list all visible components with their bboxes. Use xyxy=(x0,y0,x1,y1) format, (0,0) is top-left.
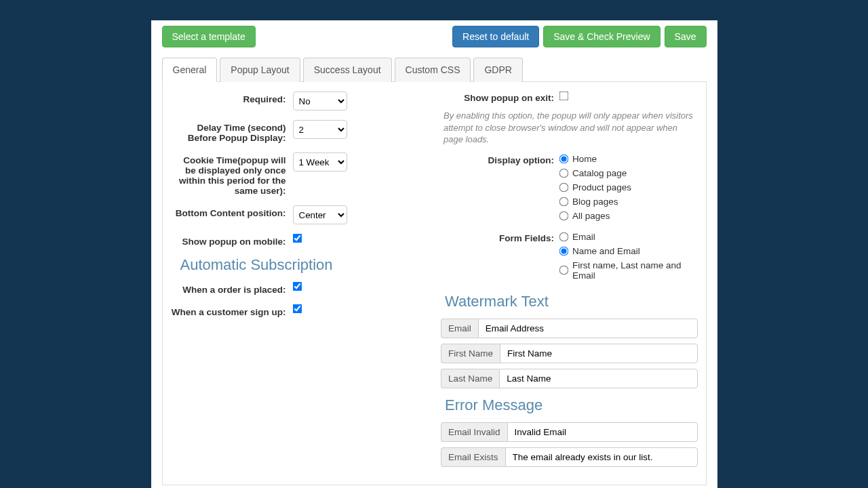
save-button-top[interactable]: Save xyxy=(665,26,707,47)
customer-signup-checkbox[interactable] xyxy=(292,304,302,314)
ff-name-email-label: Name and Email xyxy=(572,246,640,256)
exit-label: Show popup on exit: xyxy=(441,92,559,103)
top-toolbar: Select a template Reset to default Save … xyxy=(162,26,707,47)
display-home-label: Home xyxy=(572,154,597,164)
settings-panel: Select a template Reset to default Save … xyxy=(151,20,717,488)
ff-email-label: Email xyxy=(572,232,595,242)
bottom-position-label: Bottom Content position: xyxy=(171,205,293,218)
ff-email-radio[interactable] xyxy=(559,232,569,241)
exit-hint: By enabling this option, the popup will … xyxy=(443,110,698,146)
wm-first-input[interactable] xyxy=(500,344,697,363)
display-blog-radio[interactable] xyxy=(559,197,569,206)
delay-select[interactable]: 2 xyxy=(293,120,347,139)
wm-email-addon: Email xyxy=(441,319,478,338)
bottom-position-select[interactable]: Center xyxy=(293,205,347,224)
display-product-radio[interactable] xyxy=(559,182,569,192)
tab-success-layout[interactable]: Success Layout xyxy=(303,58,392,82)
exit-checkbox[interactable] xyxy=(559,92,569,101)
customer-signup-label: When a customer sign up: xyxy=(171,304,293,317)
cookie-select[interactable]: 1 Week xyxy=(293,152,347,171)
reset-button-top[interactable]: Reset to default xyxy=(452,26,539,47)
ff-name-email-radio[interactable] xyxy=(559,246,569,256)
display-all-label: All pages xyxy=(572,211,610,221)
tab-gdpr[interactable]: GDPR xyxy=(473,58,522,82)
order-placed-checkbox[interactable] xyxy=(292,282,302,291)
tabs: General Popup Layout Success Layout Cust… xyxy=(162,57,707,82)
err-exists-addon: Email Exists xyxy=(441,447,505,467)
auto-subscription-heading: Automatic Subscription xyxy=(180,256,428,274)
right-column: Show popup on exit: By enabling this opt… xyxy=(434,92,698,472)
display-home-radio[interactable] xyxy=(559,154,569,163)
wm-first-addon: First Name xyxy=(441,344,500,363)
tab-content: Required: No Delay Time (second) Before … xyxy=(162,82,707,485)
ff-first-last-email-label: First name, Last name and Email xyxy=(572,260,698,281)
display-catalog-label: Catalog page xyxy=(572,168,627,178)
err-invalid-addon: Email Invalid xyxy=(441,422,507,442)
display-option-label: Display option: xyxy=(441,154,559,165)
tab-popup-layout[interactable]: Popup Layout xyxy=(220,58,300,82)
tab-general[interactable]: General xyxy=(162,58,218,82)
wm-last-input[interactable] xyxy=(499,369,697,388)
display-all-radio[interactable] xyxy=(559,211,569,220)
required-label: Required: xyxy=(171,92,293,104)
left-column: Required: No Delay Time (second) Before … xyxy=(171,92,435,472)
err-exists-input[interactable] xyxy=(505,447,698,467)
form-fields-label: Form Fields: xyxy=(441,232,559,243)
display-product-label: Product pages xyxy=(572,182,631,192)
err-invalid-input[interactable] xyxy=(507,422,698,442)
select-template-button[interactable]: Select a template xyxy=(162,26,256,47)
display-blog-label: Blog pages xyxy=(572,197,618,207)
wm-email-input[interactable] xyxy=(478,319,698,338)
delay-label: Delay Time (second) Before Popup Display… xyxy=(171,120,293,143)
watermark-heading: Watermark Text xyxy=(445,293,698,310)
mobile-label: Show popup on mobile: xyxy=(171,234,293,247)
display-catalog-radio[interactable] xyxy=(559,168,569,178)
order-placed-label: When a order is placed: xyxy=(171,282,293,295)
mobile-checkbox[interactable] xyxy=(292,234,302,243)
ff-first-last-email-radio[interactable] xyxy=(559,266,569,275)
required-select[interactable]: No xyxy=(293,92,347,110)
cookie-label: Cookie Time(popup will be displayed only… xyxy=(171,152,293,196)
wm-last-addon: Last Name xyxy=(441,369,499,388)
save-preview-button-top[interactable]: Save & Check Preview xyxy=(543,26,660,47)
tab-custom-css[interactable]: Custom CSS xyxy=(395,58,471,82)
error-heading: Error Message xyxy=(445,396,698,414)
